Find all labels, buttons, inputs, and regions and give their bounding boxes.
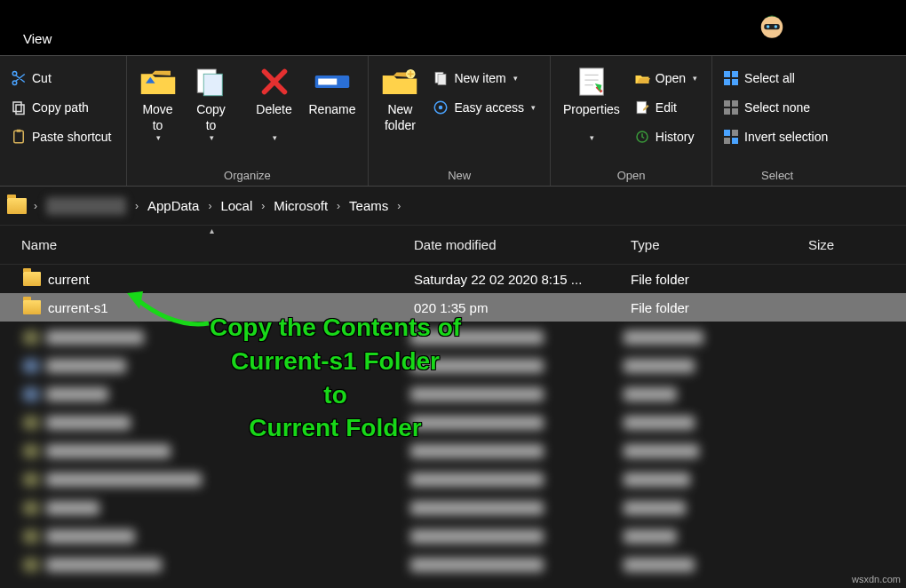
history-button[interactable]: History bbox=[631, 123, 701, 150]
rename-button[interactable]: Rename bbox=[302, 60, 363, 118]
move-to-label: Move to bbox=[142, 102, 172, 133]
invert-selection-button[interactable]: Invert selection bbox=[719, 123, 831, 150]
column-type[interactable]: Type bbox=[622, 237, 799, 252]
breadcrumb-teams[interactable]: Teams bbox=[346, 198, 392, 213]
chevron-down-icon: ▾ bbox=[156, 133, 161, 143]
folder-icon bbox=[23, 272, 41, 286]
select-all-label: Select all bbox=[744, 71, 795, 85]
new-item-label: New item bbox=[454, 71, 505, 85]
new-folder-button[interactable]: New folder bbox=[374, 60, 425, 133]
svg-point-18 bbox=[767, 25, 770, 28]
copy-path-button[interactable]: Copy path bbox=[7, 94, 115, 121]
paste-shortcut-button[interactable]: Paste shortcut bbox=[7, 123, 115, 150]
select-group-label: Select bbox=[718, 163, 837, 186]
scissors-icon bbox=[11, 70, 27, 86]
svg-rect-10 bbox=[438, 75, 446, 85]
column-headers: ▾ Name Date modified Type Size bbox=[0, 226, 906, 265]
file-name: current bbox=[48, 272, 90, 287]
chevron-down-icon: ▾ bbox=[590, 133, 594, 143]
invert-selection-icon bbox=[723, 129, 739, 145]
folder-icon bbox=[7, 198, 27, 214]
new-group-label: New bbox=[374, 163, 544, 186]
svg-point-19 bbox=[775, 25, 778, 28]
file-type: File folder bbox=[622, 300, 799, 315]
new-item-icon bbox=[433, 70, 449, 86]
open-label: Open bbox=[656, 71, 686, 85]
chevron-right-icon[interactable]: › bbox=[392, 200, 406, 212]
chevron-down-icon: ▾ bbox=[273, 133, 277, 143]
new-folder-label: New folder bbox=[385, 102, 416, 133]
copy-to-label: Copy to bbox=[196, 102, 226, 133]
column-size[interactable]: Size bbox=[799, 237, 906, 252]
copy-path-icon bbox=[11, 99, 27, 115]
delete-label: Delete bbox=[256, 102, 291, 118]
svg-point-12 bbox=[439, 106, 443, 110]
chevron-down-icon: ▾ bbox=[693, 74, 697, 83]
breadcrumb[interactable]: › › AppData › Local › Microsoft › Teams … bbox=[0, 187, 906, 226]
chevron-right-icon[interactable]: › bbox=[256, 200, 270, 212]
mascot-icon bbox=[753, 5, 791, 43]
open-button[interactable]: Open ▾ bbox=[631, 65, 701, 91]
watermark: wsxdn.com bbox=[852, 574, 901, 584]
file-type: File folder bbox=[622, 272, 799, 287]
chevron-down-icon: ▾ bbox=[531, 103, 536, 112]
new-item-button[interactable]: New item ▾ bbox=[429, 65, 539, 91]
column-name[interactable]: Name bbox=[0, 237, 405, 252]
copy-to-button[interactable]: Copy to▾ bbox=[186, 60, 237, 143]
select-none-button[interactable]: Select none bbox=[719, 94, 831, 121]
edit-icon bbox=[634, 99, 650, 115]
rename-icon bbox=[314, 63, 351, 100]
select-none-icon bbox=[723, 99, 739, 115]
file-date: 020 1:35 pm bbox=[405, 300, 622, 315]
copy-path-label: Copy path bbox=[32, 100, 89, 115]
ribbon: Cut Copy path Paste shortcut bbox=[0, 55, 906, 187]
breadcrumb-microsoft[interactable]: Microsoft bbox=[270, 198, 331, 213]
svg-rect-14 bbox=[637, 101, 647, 114]
paste-shortcut-icon bbox=[11, 129, 27, 145]
chevron-down-icon: ▾ bbox=[210, 133, 214, 143]
table-row[interactable]: current-s1 020 1:35 pm File folder bbox=[0, 293, 906, 322]
move-to-icon bbox=[139, 63, 177, 100]
cut-button[interactable]: Cut bbox=[7, 65, 115, 91]
select-all-button[interactable]: Select all bbox=[719, 65, 831, 91]
chevron-right-icon[interactable]: › bbox=[331, 200, 346, 212]
easy-access-label: Easy access bbox=[454, 100, 524, 115]
organize-group-label: Organize bbox=[132, 163, 363, 186]
svg-rect-2 bbox=[14, 131, 24, 143]
select-none-label: Select none bbox=[744, 100, 810, 115]
table-row[interactable]: current Saturday 22 02 2020 8:15 ... Fil… bbox=[0, 265, 906, 293]
chevron-right-icon[interactable]: › bbox=[28, 200, 43, 212]
breadcrumb-appdata[interactable]: AppData bbox=[144, 198, 203, 213]
file-name: current-s1 bbox=[48, 300, 108, 315]
properties-icon bbox=[573, 63, 610, 100]
cut-label: Cut bbox=[32, 71, 52, 85]
svg-rect-5 bbox=[203, 74, 222, 96]
breadcrumb-local[interactable]: Local bbox=[217, 198, 256, 213]
svg-rect-0 bbox=[13, 102, 21, 112]
delete-button[interactable]: Delete▾ bbox=[249, 60, 300, 143]
breadcrumb-hidden[interactable] bbox=[46, 197, 126, 215]
svg-rect-1 bbox=[16, 105, 24, 115]
tab-view[interactable]: View bbox=[23, 31, 52, 46]
column-date[interactable]: Date modified bbox=[405, 237, 622, 252]
file-date: Saturday 22 02 2020 8:15 ... bbox=[405, 272, 622, 287]
properties-button[interactable]: Properties▾ bbox=[556, 60, 627, 143]
select-all-icon bbox=[723, 70, 739, 86]
open-icon bbox=[634, 70, 650, 86]
file-list: current Saturday 22 02 2020 8:15 ... Fil… bbox=[0, 265, 906, 579]
chevron-right-icon[interactable]: › bbox=[203, 200, 217, 212]
edit-button[interactable]: Edit bbox=[631, 94, 701, 121]
chevron-right-icon[interactable]: › bbox=[130, 200, 144, 212]
rename-label: Rename bbox=[309, 102, 356, 118]
svg-rect-7 bbox=[318, 79, 337, 85]
delete-icon bbox=[256, 63, 293, 100]
move-to-button[interactable]: Move to▾ bbox=[132, 60, 184, 143]
chevron-down-icon: ▾ bbox=[513, 74, 518, 83]
history-icon bbox=[634, 129, 650, 145]
history-label: History bbox=[656, 130, 695, 144]
easy-access-button[interactable]: Easy access ▾ bbox=[429, 94, 539, 121]
invert-selection-label: Invert selection bbox=[744, 130, 828, 144]
open-group-label: Open bbox=[556, 163, 706, 186]
copy-to-icon bbox=[193, 63, 230, 100]
properties-label: Properties bbox=[563, 102, 620, 118]
